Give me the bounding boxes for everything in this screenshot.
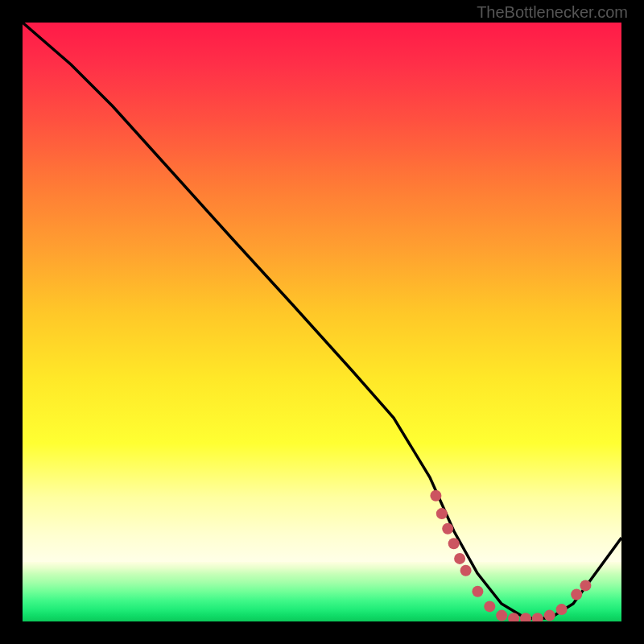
watermark-text: TheBottlenecker.com [477,3,628,22]
green-zone [23,562,621,621]
gradient-heatmap [23,23,621,562]
chart-area [23,23,621,621]
chart-background [23,23,621,621]
